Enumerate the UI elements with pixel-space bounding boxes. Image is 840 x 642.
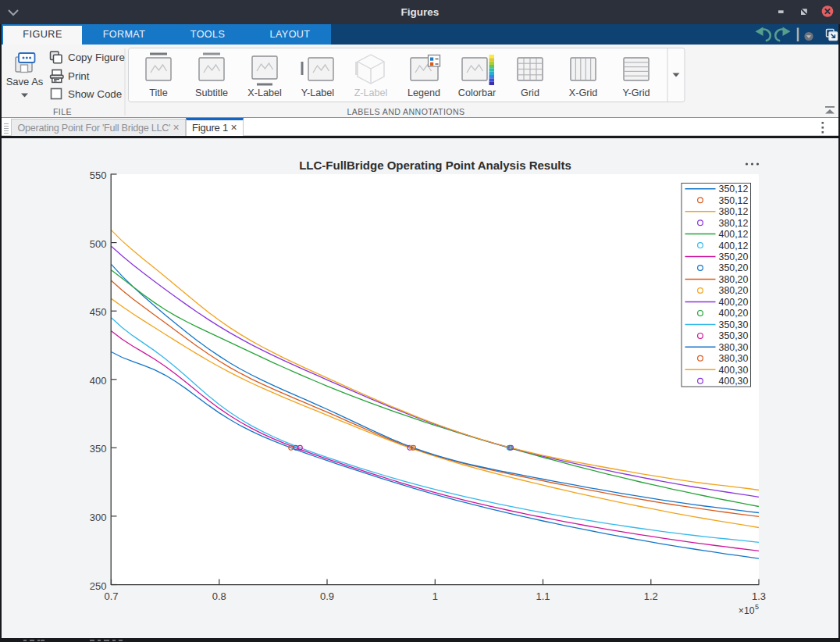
svg-text:0.8: 0.8 <box>212 590 226 602</box>
svg-text:550: 550 <box>90 169 107 181</box>
svg-text:1.2: 1.2 <box>644 590 658 602</box>
svg-text:Print: Print <box>68 70 90 82</box>
svg-text:400,20: 400,20 <box>719 308 749 319</box>
svg-text:500: 500 <box>90 238 107 250</box>
svg-text:380,30: 380,30 <box>719 342 749 353</box>
svg-text:350,20: 350,20 <box>719 251 749 262</box>
svg-text:0.9: 0.9 <box>320 590 334 602</box>
svg-text:1.1: 1.1 <box>536 590 550 602</box>
svg-text:Colorbar: Colorbar <box>458 87 496 98</box>
svg-text:450: 450 <box>90 306 107 318</box>
svg-text:Z-Label: Z-Label <box>354 87 388 98</box>
svg-text:250: 250 <box>90 580 107 592</box>
svg-text:LABELS AND ANNOTATIONS: LABELS AND ANNOTATIONS <box>347 107 465 116</box>
svg-text:350,30: 350,30 <box>719 319 749 330</box>
svg-text:400,12: 400,12 <box>719 229 749 240</box>
svg-text:Save As: Save As <box>6 76 44 87</box>
svg-text:LLC-FullBridge Operating Point: LLC-FullBridge Operating Point Analysis … <box>299 159 571 172</box>
svg-text:380,30: 380,30 <box>719 353 749 364</box>
svg-text:Y-Label: Y-Label <box>301 87 334 98</box>
svg-text:Show Code: Show Code <box>68 88 122 100</box>
svg-text:Grid: Grid <box>521 87 539 98</box>
svg-text:×10: ×10 <box>739 605 755 616</box>
svg-text:400,20: 400,20 <box>719 297 749 308</box>
svg-text:400: 400 <box>90 375 107 387</box>
svg-text:350,30: 350,30 <box>719 330 749 341</box>
svg-text:Y-Grid: Y-Grid <box>622 87 650 98</box>
svg-text:0.7: 0.7 <box>104 590 118 602</box>
svg-text:350: 350 <box>90 443 107 455</box>
svg-text:1: 1 <box>432 590 438 602</box>
svg-text:Legend: Legend <box>408 87 440 98</box>
svg-text:380,20: 380,20 <box>719 274 749 285</box>
svg-text:300: 300 <box>90 512 107 523</box>
svg-text:X-Grid: X-Grid <box>569 87 597 98</box>
svg-text:400,30: 400,30 <box>719 376 749 387</box>
svg-text:380,12: 380,12 <box>719 206 749 217</box>
svg-text:Title: Title <box>149 87 167 98</box>
svg-text:Subtitle: Subtitle <box>195 87 228 98</box>
svg-text:350,20: 350,20 <box>719 262 749 273</box>
svg-text:380,20: 380,20 <box>719 285 749 296</box>
svg-text:FILE: FILE <box>53 107 72 116</box>
svg-text:5: 5 <box>755 603 759 611</box>
svg-text:350,12: 350,12 <box>719 195 749 206</box>
svg-text:400,30: 400,30 <box>719 365 749 376</box>
svg-text:350,12: 350,12 <box>719 184 749 194</box>
svg-text:X-Label: X-Label <box>247 87 281 98</box>
svg-text:380,12: 380,12 <box>719 218 749 229</box>
svg-text:400,12: 400,12 <box>719 241 749 251</box>
svg-text:1.3: 1.3 <box>752 590 766 602</box>
svg-text:Copy Figure: Copy Figure <box>68 52 125 63</box>
